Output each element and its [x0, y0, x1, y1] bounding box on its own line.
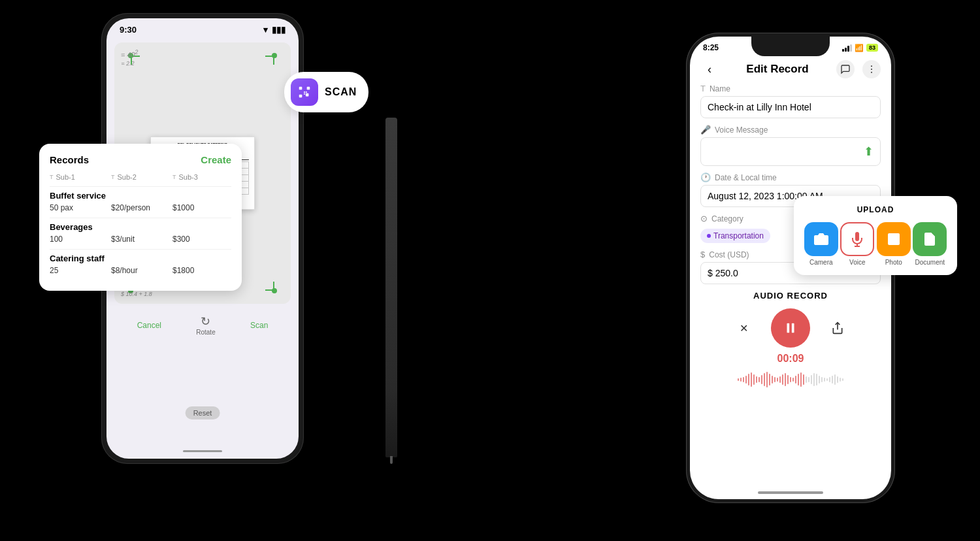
name-input[interactable]: Check-in at Lilly Inn Hotel: [700, 96, 881, 118]
more-icon: [866, 64, 877, 74]
voice-icon-circle: [840, 222, 874, 256]
bar-3: [847, 46, 849, 52]
reset-button[interactable]: Reset: [186, 406, 220, 419]
document-label: Document: [915, 259, 945, 266]
pause-icon: [783, 321, 798, 335]
records-header: Records Create: [50, 154, 231, 165]
text-icon-2: T: [111, 174, 115, 180]
message-icon: [840, 64, 851, 74]
svg-point-7: [871, 65, 872, 67]
iphone-nav: ‹ Edit Record: [700, 55, 881, 84]
catering-col1: 25: [50, 266, 108, 275]
document-icon: [922, 231, 938, 247]
catering-col3: $1800: [172, 266, 231, 275]
create-button[interactable]: Create: [201, 154, 231, 165]
audio-waveform: [700, 370, 881, 389]
wifi-icon: ▾: [263, 25, 268, 35]
svg-rect-0: [299, 87, 302, 90]
camera-label: Camera: [809, 259, 833, 266]
name-value: Check-in at Lilly Inn Hotel: [708, 102, 811, 112]
iphone-status-icons: 📶 83: [842, 44, 878, 52]
cancel-button[interactable]: Cancel: [137, 321, 161, 330]
category-dot: [707, 234, 711, 238]
voice-label: 🎤 Voice Message: [700, 125, 881, 135]
svg-rect-2: [299, 95, 302, 98]
buffet-col2: $20/person: [111, 203, 170, 212]
bar-2: [845, 48, 847, 52]
photo-icon-circle: [877, 222, 911, 256]
message-button[interactable]: [836, 60, 855, 78]
svg-rect-4: [306, 91, 307, 93]
upload-icon-btn[interactable]: ⬆: [864, 144, 874, 159]
photo-upload-item[interactable]: Photo: [877, 222, 911, 266]
buffet-col3: $1000: [172, 203, 231, 212]
divider-2: [50, 218, 231, 218]
svg-rect-3: [304, 91, 305, 93]
document-upload-item[interactable]: Document: [913, 222, 947, 266]
audio-share-button[interactable]: [826, 316, 849, 340]
text-icon-3: T: [172, 174, 176, 180]
audio-pause-button[interactable]: [771, 308, 810, 348]
buffet-title: Buffet service: [50, 191, 231, 201]
rotate-button[interactable]: ↻ Rotate: [196, 314, 215, 336]
audio-close-button[interactable]: ✕: [732, 316, 755, 340]
divider-3: [50, 249, 231, 250]
bar-4: [850, 44, 852, 52]
beverages-col3: $300: [172, 235, 231, 244]
upload-title: UPLOAD: [803, 205, 948, 214]
audio-title: AUDIO RECORD: [700, 291, 881, 301]
cost-value: $ 250.0: [708, 268, 738, 278]
col-3-label: T Sub-3: [172, 173, 231, 181]
records-title: Records: [50, 154, 89, 165]
datetime-label: 🕐 Date & Local time: [700, 172, 881, 182]
scan-button[interactable]: Scan: [250, 321, 268, 330]
scan-svg-icon: [297, 85, 312, 99]
photo-label: Photo: [885, 259, 902, 266]
svg-rect-11: [792, 323, 794, 333]
camera-upload-item[interactable]: Camera: [804, 222, 838, 266]
clock-icon: 🕐: [700, 172, 711, 182]
back-button[interactable]: ‹: [700, 60, 719, 78]
svg-point-13: [819, 237, 824, 242]
buffet-section: Buffet service 50 pax $20/person $1000: [50, 191, 231, 212]
name-label: T Name: [700, 84, 881, 93]
nav-action-icons: [836, 60, 881, 78]
android-nav-bar: [183, 450, 222, 452]
audio-controls: ✕: [700, 308, 881, 348]
scan-app-icon: [291, 78, 318, 106]
voice-upload-item[interactable]: Voice: [840, 222, 874, 266]
camera-icon: [813, 231, 829, 247]
name-field-section: T Name Check-in at Lilly Inn Hotel: [700, 84, 881, 118]
category-icon: ⊙: [700, 214, 708, 223]
scan-bubble-label: SCAN: [325, 86, 357, 98]
transportation-tag[interactable]: Transportation: [700, 229, 770, 243]
document-icon-circle: [913, 222, 947, 256]
buffet-col1: 50 pax: [50, 203, 108, 212]
svg-rect-1: [307, 87, 310, 90]
svg-rect-6: [306, 93, 309, 97]
android-status-bar: 9:30 ▾ ▮▮▮: [106, 18, 299, 37]
col-2-label: T Sub-2: [111, 173, 170, 181]
handwriting-note: = 402 = 2.2: [121, 49, 139, 67]
audio-section: AUDIO RECORD ✕: [700, 291, 881, 389]
col-1-label: T Sub-1: [50, 173, 108, 181]
signal-icon: ▮▮▮: [272, 25, 286, 35]
edit-record-title: Edit Record: [746, 63, 808, 76]
iphone-notch: [751, 37, 830, 56]
catering-title: Catering staff: [50, 254, 231, 263]
share-icon: [831, 321, 844, 335]
microphone-icon: [849, 231, 865, 247]
more-options-button[interactable]: [862, 60, 881, 78]
voice-input[interactable]: ⬆: [700, 137, 881, 166]
beverages-col2: $3/unit: [111, 235, 170, 244]
svg-point-17: [890, 236, 892, 238]
text-field-icon: T: [700, 84, 706, 93]
catering-section: Catering staff 25 $8/hour $1800: [50, 254, 231, 275]
rotate-label: Rotate: [196, 329, 215, 336]
upload-options: Camera Voice: [803, 222, 948, 266]
divider-1: [50, 186, 231, 187]
iphone-time: 8:25: [703, 43, 719, 52]
scan-frame-br: [265, 282, 274, 291]
scan-bubble[interactable]: SCAN: [284, 72, 368, 112]
svg-rect-5: [304, 93, 305, 95]
